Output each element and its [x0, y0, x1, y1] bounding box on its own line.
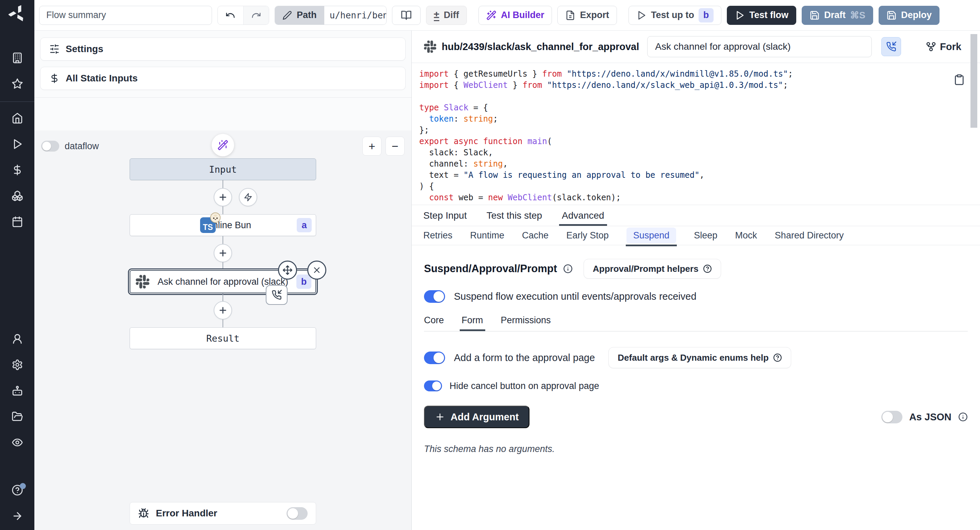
approval-helpers-button[interactable]: Approval/Prompt helpers — [584, 259, 721, 279]
path-button[interactable]: Path — [275, 6, 324, 24]
subtab-sleep[interactable]: Sleep — [694, 230, 717, 241]
dataflow-toggle[interactable] — [41, 140, 59, 152]
error-handler-toggle[interactable] — [286, 507, 308, 520]
variables-icon[interactable] — [11, 164, 23, 176]
tab-test-this-step[interactable]: Test this step — [487, 205, 542, 226]
add-step-button[interactable] — [214, 244, 232, 262]
git-fork-icon — [926, 41, 937, 52]
hub-script-path[interactable]: hub/2439/slack/ask_channel_for_approval — [424, 40, 639, 53]
docs-button[interactable] — [392, 6, 421, 25]
test-flow-button[interactable]: Test flow — [727, 6, 796, 25]
ai-builder-button[interactable]: AI Builder — [479, 6, 552, 25]
flow-node-result[interactable]: Result — [130, 327, 316, 349]
logs-icon[interactable] — [11, 437, 23, 448]
draft-button[interactable]: Draft ⌘S — [802, 6, 873, 25]
add-step-button[interactable] — [214, 188, 232, 206]
error-handler-card[interactable]: Error Handler — [130, 502, 316, 525]
diff-button[interactable]: ± Diff — [426, 6, 467, 25]
add-form-toggle[interactable] — [424, 351, 445, 364]
flow-graph: dataflow + − Input TS — [34, 131, 411, 530]
flow-node-step-b[interactable]: Ask channel for approval (slack) b — [130, 270, 316, 293]
tab-form[interactable]: Form — [462, 315, 483, 331]
info-icon[interactable] — [563, 264, 573, 273]
resources-icon[interactable] — [11, 190, 23, 202]
slack-icon — [424, 40, 436, 53]
plus-icon — [218, 248, 228, 258]
test-up-to-button[interactable]: Test up to b — [628, 6, 721, 25]
dollar-icon — [49, 73, 60, 83]
subtab-suspend[interactable]: Suspend — [627, 228, 676, 244]
help-circle-icon — [773, 353, 782, 362]
step-detail-panel: hub/2439/slack/ask_channel_for_approval … — [412, 31, 980, 530]
users-icon[interactable] — [11, 333, 23, 345]
code-editor[interactable]: import { getResumeUrls } from "https://d… — [412, 63, 980, 205]
tab-permissions[interactable]: Permissions — [501, 315, 551, 331]
add-step-button[interactable] — [214, 301, 232, 319]
subtab-cache[interactable]: Cache — [522, 230, 549, 241]
suspend-toggle[interactable] — [424, 290, 445, 303]
subtab-retries[interactable]: Retries — [423, 230, 453, 241]
help-icon[interactable] — [11, 484, 23, 496]
subtab-early-stop[interactable]: Early Stop — [566, 230, 609, 241]
add-argument-button[interactable]: Add Argument — [424, 405, 530, 428]
folders-icon[interactable] — [11, 411, 23, 422]
tab-core[interactable]: Core — [424, 315, 444, 331]
subtab-mock[interactable]: Mock — [735, 230, 757, 241]
save-icon — [810, 10, 820, 21]
runs-icon[interactable] — [11, 138, 23, 150]
copy-code-button[interactable] — [953, 74, 965, 86]
hide-cancel-label: Hide cancel button on approval page — [450, 381, 599, 391]
zoom-out-button[interactable]: − — [385, 137, 404, 156]
path-value-input[interactable]: u/henri/ben — [324, 6, 386, 24]
step-tabs: Step Input Test this step Advanced — [412, 205, 980, 226]
plus-icon — [218, 305, 228, 315]
step-badge: b — [698, 8, 714, 22]
schedules-icon[interactable] — [11, 216, 23, 228]
tab-advanced[interactable]: Advanced — [562, 205, 605, 226]
help-circle-icon — [703, 264, 712, 273]
code-scrollbar[interactable] — [970, 34, 977, 128]
favorites-icon[interactable] — [11, 78, 23, 89]
play-icon — [735, 10, 745, 21]
add-trigger-button[interactable] — [239, 188, 257, 206]
approval-step-button[interactable] — [881, 37, 901, 56]
advanced-subtabs: Retries Runtime Cache Early Stop Suspend… — [412, 226, 980, 245]
keyboard-shortcut: ⌘S — [850, 10, 865, 21]
all-static-inputs-button[interactable]: All Static Inputs — [40, 67, 406, 90]
fork-button[interactable]: Fork — [926, 41, 961, 53]
flow-node-input[interactable]: Input — [130, 158, 316, 180]
deploy-button[interactable]: Deploy — [878, 6, 940, 25]
code-content: import { getResumeUrls } from "https://d… — [419, 69, 980, 203]
step-name-input[interactable]: Ask channel for approval (slack) — [647, 36, 872, 57]
flow-node-step-a[interactable]: TS Inline Bun a — [130, 214, 316, 236]
windmill-logo-icon[interactable] — [8, 5, 26, 22]
flow-settings-button[interactable]: Settings — [40, 37, 406, 61]
settings-icon[interactable] — [11, 359, 23, 370]
as-json-toggle[interactable] — [881, 411, 902, 423]
move-step-button[interactable] — [278, 260, 297, 279]
suspend-approval-indicator[interactable] — [266, 285, 288, 305]
tab-step-input[interactable]: Step Input — [423, 205, 467, 226]
ai-flow-button[interactable] — [212, 134, 234, 156]
hide-cancel-toggle[interactable] — [424, 380, 442, 391]
slack-icon — [136, 275, 150, 289]
info-icon[interactable] — [958, 412, 968, 422]
default-args-help-button[interactable]: Default args & Dynamic enums help — [608, 347, 791, 368]
export-button[interactable]: Export — [557, 6, 617, 25]
zoom-in-button[interactable]: + — [363, 137, 382, 156]
subtab-shared-directory[interactable]: Shared Directory — [775, 230, 844, 241]
suspend-heading: Suspend/Approval/Prompt — [424, 263, 557, 275]
workers-icon[interactable] — [11, 385, 23, 396]
undo-button[interactable] — [218, 6, 243, 24]
delete-step-button[interactable] — [307, 260, 326, 279]
book-open-icon — [401, 10, 412, 21]
workspace-icon[interactable] — [11, 52, 23, 64]
subtab-runtime[interactable]: Runtime — [470, 230, 504, 241]
suspend-toggle-label: Suspend flow execution until events/appr… — [454, 291, 697, 302]
undo-redo-group — [218, 6, 269, 25]
redo-button[interactable] — [243, 6, 269, 24]
flow-connector — [223, 180, 223, 214]
home-icon[interactable] — [11, 112, 23, 124]
flow-summary-input[interactable]: Flow summary — [39, 6, 212, 25]
expand-icon[interactable] — [11, 510, 23, 522]
